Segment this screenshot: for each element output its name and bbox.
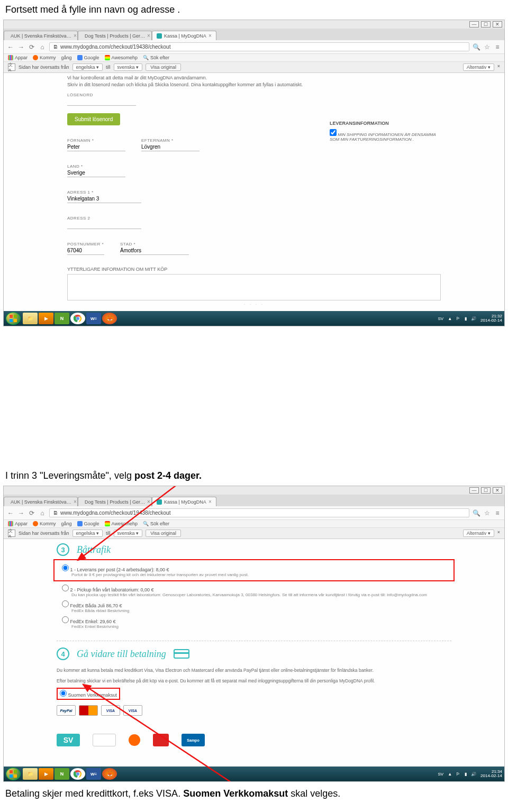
gang-bookmark[interactable]: gång xyxy=(61,55,72,60)
reload-button[interactable]: ⟳ xyxy=(28,43,35,51)
start-button[interactable] xyxy=(6,312,21,325)
fornamn-input[interactable] xyxy=(67,143,125,151)
shipping-radio-4[interactable] xyxy=(62,616,69,623)
apps-bookmark[interactable]: Appar xyxy=(8,521,28,526)
show-original-button[interactable]: Visa original xyxy=(146,63,181,71)
menu-icon[interactable]: ≡ xyxy=(494,43,501,51)
stad-input[interactable] xyxy=(120,247,189,255)
url-input[interactable]: 🗎www.mydogdna.com/checkout/19438/checkou… xyxy=(49,42,469,51)
show-original-button[interactable]: Visa original xyxy=(146,530,181,537)
close-window-button[interactable]: ✕ xyxy=(493,487,502,494)
shipping-radio-1[interactable] xyxy=(62,564,69,571)
word-icon[interactable]: W≡ xyxy=(86,313,101,324)
shipping-option-2[interactable]: 2 - Pickup från vårt laboratorium: 0,00 … xyxy=(57,582,451,598)
back-button[interactable]: ← xyxy=(7,43,14,51)
tray-battery-icon[interactable]: ▮ xyxy=(465,316,467,321)
tab-kassa[interactable]: Kassa | MyDogDNA× xyxy=(152,31,216,40)
translate-to-select[interactable]: svenska ▾ xyxy=(114,63,143,71)
tray-volume-icon[interactable]: 🔊 xyxy=(471,772,476,777)
close-icon[interactable]: × xyxy=(208,33,212,39)
translate-options[interactable]: Alternativ ▾ xyxy=(463,530,494,537)
home-button[interactable]: ⌂ xyxy=(39,43,46,51)
adress2-input[interactable] xyxy=(67,221,141,229)
password-input[interactable] xyxy=(67,97,136,106)
search-bookmark[interactable]: 🔍Sök efter xyxy=(143,521,169,526)
tray-flag-icon[interactable]: ▲ xyxy=(448,772,452,777)
close-icon[interactable]: × xyxy=(74,499,77,505)
adress1-input[interactable] xyxy=(67,195,141,203)
land-input[interactable] xyxy=(67,169,125,177)
same-as-billing-checkbox[interactable] xyxy=(330,129,337,136)
language-indicator[interactable]: SV xyxy=(438,316,443,321)
tab-auk[interactable]: AUK | Svenska Finskstöva…× xyxy=(4,31,78,40)
translate-from-select[interactable]: engelska ▾ xyxy=(72,530,103,537)
efternamn-input[interactable] xyxy=(141,143,199,151)
additional-info-textarea[interactable] xyxy=(67,274,441,300)
close-icon[interactable]: × xyxy=(147,33,150,39)
tray-network-icon[interactable]: 🏳 xyxy=(456,316,460,321)
google-bookmark[interactable]: Google xyxy=(77,55,99,60)
minimize-button[interactable]: — xyxy=(469,21,479,28)
chrome-icon[interactable] xyxy=(70,313,85,324)
forward-button[interactable]: → xyxy=(17,509,25,517)
chrome-icon[interactable] xyxy=(70,768,85,780)
tray-network-icon[interactable]: 🏳 xyxy=(456,772,460,777)
minimize-button[interactable]: — xyxy=(469,487,479,494)
reload-button[interactable]: ⟳ xyxy=(28,509,35,517)
close-translate-icon[interactable]: × xyxy=(497,63,500,71)
kommy-bookmark[interactable]: Kommy xyxy=(33,55,56,60)
star-icon[interactable]: ☆ xyxy=(483,43,491,51)
tab-kassa[interactable]: Kassa | MyDogDNA× xyxy=(152,497,216,506)
word-icon[interactable]: W≡ xyxy=(86,768,101,780)
firefox-icon[interactable]: 🦊 xyxy=(102,313,117,324)
close-translate-icon[interactable]: × xyxy=(497,530,500,537)
star-icon[interactable]: ☆ xyxy=(483,509,491,517)
close-window-button[interactable]: ✕ xyxy=(493,21,502,28)
forward-button[interactable]: → xyxy=(17,43,25,51)
home-button[interactable]: ⌂ xyxy=(39,509,46,517)
postnummer-input[interactable] xyxy=(67,247,104,255)
explorer-icon[interactable]: 📁 xyxy=(23,313,38,324)
close-icon[interactable]: × xyxy=(208,499,212,505)
maximize-button[interactable]: ☐ xyxy=(481,487,491,494)
tab-auk[interactable]: AUK | Svenska Finskstöva…× xyxy=(4,497,78,506)
awesome-bookmark[interactable]: Awesomehp xyxy=(105,521,138,526)
menu-icon[interactable]: ≡ xyxy=(494,509,501,517)
google-bookmark[interactable]: Google xyxy=(77,521,99,526)
suomen-radio[interactable] xyxy=(60,690,67,697)
media-player-icon[interactable]: ▶ xyxy=(39,313,53,324)
apps-bookmark[interactable]: Appar xyxy=(8,55,28,60)
tray-volume-icon[interactable]: 🔊 xyxy=(471,316,476,321)
media-player-icon[interactable]: ▶ xyxy=(39,768,53,780)
close-icon[interactable]: × xyxy=(74,33,77,39)
url-input[interactable]: 🗎www.mydogdna.com/checkout/19438/checkou… xyxy=(49,508,469,517)
tab-dogtests[interactable]: Dog Tests | Products | Ger…× xyxy=(78,497,152,506)
submit-password-button[interactable]: Submit lösenord xyxy=(67,113,120,125)
start-button[interactable] xyxy=(6,768,21,780)
translate-from-select[interactable]: engelska ▾ xyxy=(72,63,103,71)
shipping-radio-3[interactable] xyxy=(62,600,69,607)
shipping-option-1[interactable]: 1 - Leverans per post (2-4 arbetsdagar):… xyxy=(57,562,451,578)
tab-dogtests[interactable]: Dog Tests | Products | Ger…× xyxy=(78,31,152,40)
awesome-bookmark[interactable]: Awesomehp xyxy=(105,55,138,60)
clock[interactable]: 21:342014-02-14 xyxy=(480,770,502,778)
shipping-option-3[interactable]: FedEx Båda Juli 86,70 € FedEx Båda rikta… xyxy=(57,598,451,614)
tray-flag-icon[interactable]: ▲ xyxy=(448,316,452,321)
clock[interactable]: 21:322014-02-14 xyxy=(480,314,502,323)
firefox-icon[interactable]: 🦊 xyxy=(102,768,117,780)
language-indicator[interactable]: SV xyxy=(438,772,443,777)
search-bookmark[interactable]: 🔍Sök efter xyxy=(143,55,169,60)
shipping-option-4[interactable]: FedEx Enkel: 29,60 € FedEx Enkel Beskriv… xyxy=(57,614,451,630)
explorer-icon[interactable]: 📁 xyxy=(23,768,38,780)
gang-bookmark[interactable]: gång xyxy=(61,521,72,526)
back-button[interactable]: ← xyxy=(7,509,14,517)
n-app-icon[interactable]: N xyxy=(55,313,69,324)
search-icon[interactable]: 🔍 xyxy=(473,509,480,517)
translate-to-select[interactable]: svenska ▾ xyxy=(114,530,143,537)
shipping-radio-2[interactable] xyxy=(62,585,69,591)
close-icon[interactable]: × xyxy=(147,499,150,505)
maximize-button[interactable]: ☐ xyxy=(481,21,491,28)
n-app-icon[interactable]: N xyxy=(55,768,69,780)
translate-options[interactable]: Alternativ ▾ xyxy=(463,63,494,71)
search-icon[interactable]: 🔍 xyxy=(473,43,480,51)
